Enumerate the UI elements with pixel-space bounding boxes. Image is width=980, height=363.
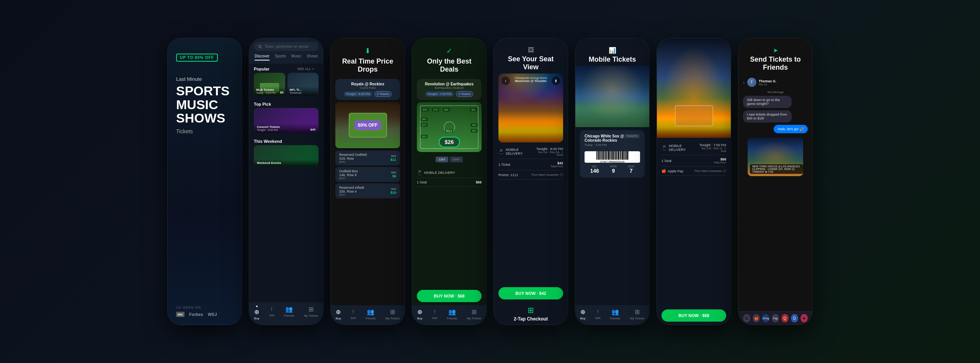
nfl-card[interactable]: NFL Ti... Tomorrow [287, 73, 319, 96]
weekend-card[interactable]: Weekend Events [254, 145, 318, 166]
nav-sell-6[interactable]: ↑ Sell [595, 308, 600, 320]
apple-pay-icon: 🍎 [662, 169, 666, 173]
event-tag: NEW YORK KNICKS at LOS ANGELES CLIPPERS … [750, 164, 803, 174]
this-weekend-label: This Weekend [254, 139, 282, 144]
msg-received-2: I saw tickets dropped from $45 to $18! [743, 110, 792, 123]
tab-discover[interactable]: Discover [255, 54, 270, 60]
sell-label: Sell [269, 314, 274, 317]
nav-buy-4[interactable]: ⊕ Buy [417, 308, 423, 320]
map-btn[interactable]: MAP [450, 157, 462, 162]
nav-buy-6[interactable]: ⊕ Buy [580, 308, 586, 320]
nav-buy-3[interactable]: ⊕ Buy [336, 308, 341, 320]
deals-icon: ✓ [418, 47, 480, 55]
search-bar[interactable]: Team, performer or venue [254, 42, 318, 51]
nav-sell[interactable]: ↑ Sell [269, 306, 274, 320]
phone-discover: Team, performer or venue Discover Sports… [249, 38, 323, 325]
buy-btn-5[interactable]: BUY NOW · $42 [498, 287, 563, 299]
nav-tickets-4[interactable]: ⊞ My Tickets [467, 308, 482, 320]
share-btn[interactable]: ⬆ [552, 77, 560, 85]
sell-icon-6: ↑ [596, 308, 599, 315]
section-2-was: $22 [391, 171, 396, 174]
tickets-badge: TICKETS [624, 134, 640, 138]
tap-icon: ⊞ [497, 306, 565, 315]
buy-btn-7[interactable]: BUY NOW · $68 [662, 309, 726, 322]
nav-buy[interactable]: ⊕ Buy [254, 306, 260, 320]
nav-tickets-6[interactable]: ⊞ My Tickets [630, 308, 645, 320]
list-btn[interactable]: LIST [436, 157, 448, 162]
section-2-name: Outfield Box [339, 169, 358, 173]
svg-line-3 [261, 47, 262, 48]
nav-friends-3[interactable]: 👥 Friends [366, 308, 376, 320]
nav-friends[interactable]: 👥 Friends [284, 306, 294, 320]
nav-sell-4[interactable]: ↑ Sell [432, 308, 437, 320]
nav-sell-3[interactable]: ↑ Sell [351, 308, 356, 320]
friends-icon: 👥 [285, 306, 293, 313]
buy-btn-4[interactable]: BUY NOW · $68 [417, 290, 482, 302]
heart-icon[interactable]: ♥ [800, 314, 808, 322]
tonight-time-5: Tonight · 8:00 PM [533, 147, 563, 151]
tab-sports[interactable]: Sports [275, 54, 286, 60]
tab-music[interactable]: Music [291, 54, 301, 60]
tickets-pill: 2 Tickets [374, 91, 392, 97]
q-icon[interactable]: Q [781, 314, 789, 322]
phone-send-tickets: ➤ Send Tickets to Friends ‹ T Thomas G. … [738, 38, 813, 325]
mlb-card[interactable]: MLB Tickets Today · 3:00 PM $6 [254, 73, 285, 96]
nfl-card-sub: Tomorrow [290, 92, 317, 94]
section-1-name: Reserved Outfield [339, 153, 367, 157]
section-1-row: 319, Row [339, 157, 367, 160]
seat-value: 7 [628, 168, 635, 174]
section-7: Sec 116 · Row 12 · 1 Seat [697, 147, 726, 152]
friends-icon-3: 👥 [367, 308, 374, 316]
nav-friends-4[interactable]: 👥 Friends [447, 308, 457, 320]
svg-point-2 [259, 45, 261, 47]
search-icon [258, 45, 262, 49]
phone-basketball: 📱 MOBILE DELIVERY Tonight · 7:00 PM Sec … [657, 38, 731, 325]
see-all-link[interactable]: SEE ALL > [297, 67, 314, 71]
mobile-label-5: MOBILE DELIVERY [506, 148, 533, 155]
bottom-nav-3: ⊕ Buy ↑ Sell 👥 Friends ⊞ My Tickets [331, 305, 405, 325]
phone-hero: UP TO 80% OFF Last Minute SPORTS MUSIC S… [167, 38, 242, 325]
back-btn[interactable]: ‹ [501, 77, 510, 85]
nav-tickets-3[interactable]: ⊞ My Tickets [385, 308, 400, 320]
total-price-5: $42 [550, 161, 563, 165]
ticket-date: Today · 2:00 PM [585, 143, 624, 147]
wsj-logo: WSJ [208, 312, 217, 317]
nav-friends-6[interactable]: 👥 Friends [610, 308, 621, 320]
tab-shows[interactable]: Shows [307, 54, 318, 60]
friends-label: Friends [284, 314, 294, 317]
concert-card[interactable]: Concert Tickets Tonight · 8:00 PM $45 [254, 108, 318, 133]
apple-icon[interactable]: 🍎 [753, 314, 760, 322]
game-label: Mavericks @ Thunder [515, 79, 547, 83]
seat-count: 1 Seat [417, 180, 427, 184]
seat-view-icon: 🖼 [500, 47, 562, 54]
google-icon[interactable]: G [743, 314, 750, 322]
ticket-row-1[interactable]: Reserved Outfield 319, Row All-In $22 $1… [335, 150, 400, 165]
barcode: SYW7-PBN8S0GU4 [585, 151, 640, 163]
bottom-nav-6: ⊕ Buy ↑ Sell 👥 Friends ⊞ My Tickets [575, 305, 649, 325]
price-26-badge: $26 [439, 137, 460, 147]
section-3-now: $10 [390, 191, 396, 195]
nav-tickets[interactable]: ⊞ My Tickets [304, 306, 318, 320]
sec-value: 146 [590, 168, 599, 174]
gpay-icon[interactable]: GPay [762, 314, 769, 322]
ticket-row-2[interactable]: Outfield Box 146, Row 9 All-In $22 $6 [335, 167, 400, 182]
price-match-label: Price Match Guarantee [531, 173, 559, 176]
tap-label: 2-Tap Checkout [497, 316, 565, 322]
svg-text:NBC: NBC [177, 313, 183, 316]
mobile-delivery-label: MOBILE DELIVERY [424, 171, 455, 175]
back-arrow[interactable]: ‹ [743, 79, 745, 85]
send-tickets-icon: ➤ [745, 47, 806, 54]
friends-icon-4: 👥 [448, 308, 456, 316]
ticket-row-3[interactable]: Reserved Infield 330, Row 4 All-In $18 $… [335, 183, 400, 198]
hero-title: SPORTS MUSIC SHOWS [176, 84, 233, 125]
total-label-5: Total Price [550, 165, 563, 168]
msg-received-1: Still down to go to the game tonight? [743, 96, 792, 108]
sec-label: SEC [590, 165, 599, 168]
applepay-icon[interactable]: Pay [772, 314, 779, 322]
contact-name: Thomas G. [759, 79, 777, 83]
buy-icon: ⊕ [254, 308, 259, 316]
seat-view-title: See Your Seat View [500, 55, 562, 71]
section-1-allin: All-In [339, 160, 367, 163]
mobile-tickets-title: Mobile Tickets [581, 56, 643, 64]
d-icon[interactable]: D [791, 314, 798, 322]
